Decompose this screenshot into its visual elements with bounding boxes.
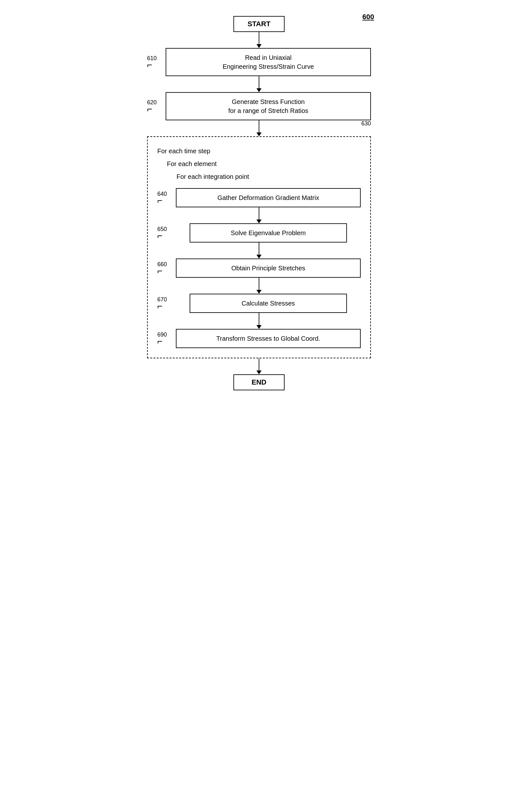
arrow-6: [256, 313, 262, 329]
box-640: Gather Deformation Gradient Matrix: [176, 188, 361, 207]
step-610-row: 610 ⌐ Read in Uniaxial Engineering Stres…: [147, 48, 371, 76]
end-box: END: [234, 374, 284, 390]
step-670-row: 670 ⌐ Calculate Stresses: [157, 294, 361, 313]
box-690: Transform Stresses to Global Coord.: [176, 329, 361, 348]
ref-630: 630: [361, 120, 371, 127]
start-box: START: [234, 16, 284, 32]
box-610: Read in Uniaxial Engineering Stress/Stra…: [165, 48, 371, 76]
box-620: Generate Stress Function for a range of …: [165, 92, 371, 120]
loop-labels: For each time step For each element For …: [157, 145, 249, 183]
main-ref-label: 600: [362, 13, 374, 21]
step-620-row: 620 ⌐ Generate Stress Function for a ran…: [147, 92, 371, 120]
box-660: Obtain Principle Stretches: [176, 259, 361, 278]
flowchart-container: 600 START 610 ⌐ Read in Uniaxial Enginee…: [147, 13, 371, 403]
loop-label-2: For each element: [157, 157, 249, 170]
arrow-3: [256, 207, 262, 223]
loop-label-1: For each time step: [157, 145, 249, 157]
loop-container: For each time step For each element For …: [147, 136, 371, 358]
arrow-1: [256, 32, 262, 48]
arrow-2: [256, 76, 262, 92]
box-650: Solve Eigenvalue Problem: [190, 223, 346, 242]
loop-label-3: For each integration point: [157, 170, 249, 183]
arrow-5: [256, 278, 262, 294]
step-650-row: 650 ⌐ Solve Eigenvalue Problem: [157, 223, 361, 242]
arrow-4: [256, 242, 262, 259]
step-660-row: 660 ⌐ Obtain Principle Stretches: [157, 259, 361, 278]
arrow-7: [256, 358, 262, 374]
step-640-row: 640 ⌐ Gather Deformation Gradient Matrix: [157, 188, 361, 207]
box-670: Calculate Stresses: [190, 294, 346, 313]
step-690-row: 690 ⌐ Transform Stresses to Global Coord…: [157, 329, 361, 348]
